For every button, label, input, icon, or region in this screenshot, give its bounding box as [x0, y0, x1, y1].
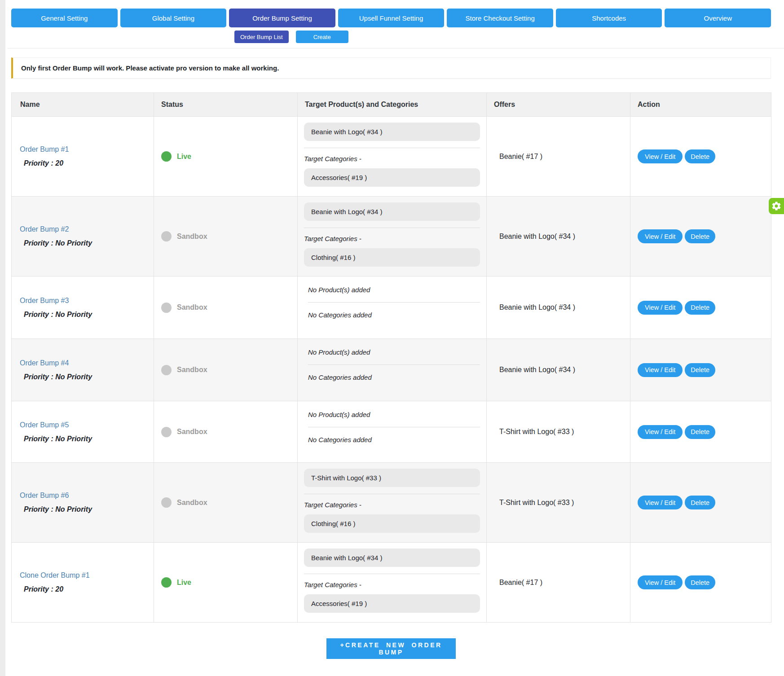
target-categories-label: Target Categories -: [304, 155, 480, 162]
status-label: Sandbox: [177, 366, 207, 374]
top-tabs: General Setting Global Setting Order Bum…: [11, 9, 771, 27]
target-divider: [304, 148, 480, 148]
table-row: Order Bump #1Priority : 20LiveBeanie wit…: [12, 117, 771, 197]
header-name: Name: [12, 93, 154, 117]
offers-cell: Beanie( #17 ): [487, 543, 630, 623]
status-dot-icon: [161, 151, 172, 162]
target-product-chip: Beanie with Logo( #34 ): [304, 202, 480, 221]
priority-label: Priority : No Priority: [20, 505, 153, 514]
target-category-chip: Accessories( #19 ): [304, 594, 480, 613]
tab-global-setting[interactable]: Global Setting: [120, 9, 227, 27]
target-divider: [304, 494, 480, 494]
status-label: Sandbox: [177, 499, 207, 507]
subtab-order-bump-list[interactable]: Order Bump List: [234, 31, 289, 43]
target-cell: Beanie with Logo( #34 )Target Categories…: [298, 543, 487, 623]
tab-store-checkout-setting[interactable]: Store Checkout Setting: [447, 9, 553, 27]
order-bump-name-link[interactable]: Order Bump #6: [20, 492, 69, 500]
table-row: Order Bump #6Priority : No PrioritySandb…: [12, 463, 771, 543]
settings-gear-button[interactable]: [769, 198, 784, 214]
name-cell: Order Bump #5Priority : No Priority: [12, 401, 154, 463]
order-bump-name-link[interactable]: Clone Order Bump #1: [20, 571, 90, 579]
order-bump-settings-page: General Setting Global Setting Order Bum…: [0, 0, 784, 676]
action-cell: View / EditDelete: [630, 197, 771, 277]
table-header-row: Name Status Target Product(s) and Catego…: [12, 93, 771, 117]
order-bump-name-link[interactable]: Order Bump #3: [20, 297, 69, 305]
tab-upsell-funnel-setting[interactable]: Upsell Funnel Setting: [338, 9, 445, 27]
delete-button[interactable]: Delete: [685, 425, 715, 439]
action-cell: View / EditDelete: [630, 401, 771, 463]
order-bump-table-wrap: Name Status Target Product(s) and Catego…: [11, 92, 771, 623]
tab-shortcodes[interactable]: Shortcodes: [556, 9, 662, 27]
status-dot-icon: [161, 577, 172, 588]
offers-cell: T-Shirt with Logo( #33 ): [487, 463, 630, 543]
offer-product-label: T-Shirt with Logo( #33 ): [499, 428, 574, 435]
target-cell: Beanie with Logo( #34 )Target Categories…: [298, 117, 487, 197]
name-cell: Order Bump #4Priority : No Priority: [12, 339, 154, 401]
delete-button[interactable]: Delete: [685, 149, 715, 163]
status-cell: Sandbox: [154, 463, 298, 543]
delete-button[interactable]: Delete: [685, 301, 715, 315]
no-categories-label: No Categories added: [308, 311, 480, 319]
no-categories-label: No Categories added: [308, 436, 480, 443]
order-bump-name-link[interactable]: Order Bump #4: [20, 359, 69, 367]
header-divider: [8, 48, 784, 48]
view-edit-button[interactable]: View / Edit: [638, 575, 683, 589]
action-cell: View / EditDelete: [630, 339, 771, 401]
view-edit-button[interactable]: View / Edit: [638, 301, 683, 315]
view-edit-button[interactable]: View / Edit: [638, 363, 683, 377]
delete-button[interactable]: Delete: [685, 229, 715, 243]
status-label: Live: [177, 579, 191, 587]
action-cell: View / EditDelete: [630, 117, 771, 197]
target-categories-label: Target Categories -: [304, 235, 480, 242]
offer-product-label: Beanie with Logo( #34 ): [499, 233, 575, 240]
subtab-create[interactable]: Create: [296, 31, 348, 43]
delete-button[interactable]: Delete: [685, 363, 715, 377]
status-cell: Sandbox: [154, 197, 298, 277]
view-edit-button[interactable]: View / Edit: [638, 496, 683, 509]
tab-order-bump-setting[interactable]: Order Bump Setting: [229, 9, 335, 27]
name-cell: Order Bump #6Priority : No Priority: [12, 463, 154, 543]
name-cell: Clone Order Bump #1Priority : 20: [12, 543, 154, 623]
delete-button[interactable]: Delete: [685, 496, 715, 509]
name-cell: Order Bump #3Priority : No Priority: [12, 277, 154, 339]
status-label: Sandbox: [177, 428, 207, 436]
status-cell: Sandbox: [154, 401, 298, 463]
status-dot-icon: [161, 231, 172, 241]
status-dot-icon: [161, 427, 172, 437]
status-label: Sandbox: [177, 303, 207, 312]
view-edit-button[interactable]: View / Edit: [638, 149, 683, 163]
name-cell: Order Bump #2Priority : No Priority: [12, 197, 154, 277]
header-offers: Offers: [487, 93, 630, 117]
order-bump-name-link[interactable]: Order Bump #1: [20, 145, 69, 154]
create-new-order-bump-button[interactable]: +CREATE NEW ORDER BUMP: [326, 638, 456, 659]
status-cell: Sandbox: [154, 277, 298, 339]
priority-label: Priority : No Priority: [20, 435, 153, 443]
offers-cell: Beanie( #17 ): [487, 117, 630, 197]
no-categories-label: No Categories added: [308, 373, 480, 381]
target-cell: No Product(s) addedNo Categories added: [298, 277, 487, 339]
order-bump-name-link[interactable]: Order Bump #5: [20, 421, 69, 429]
gear-icon: [771, 201, 782, 211]
delete-button[interactable]: Delete: [685, 575, 715, 589]
target-category-chip: Accessories( #19 ): [304, 168, 480, 187]
table-row: Order Bump #5Priority : No PrioritySandb…: [12, 401, 771, 463]
target-divider: [304, 574, 480, 574]
view-edit-button[interactable]: View / Edit: [638, 229, 683, 243]
table-row: Order Bump #4Priority : No PrioritySandb…: [12, 339, 771, 401]
tab-overview[interactable]: Overview: [665, 9, 771, 27]
status-cell: Live: [154, 543, 298, 623]
table-row: Order Bump #2Priority : No PrioritySandb…: [12, 197, 771, 277]
target-divider: [308, 427, 480, 427]
order-bump-name-link[interactable]: Order Bump #2: [20, 225, 69, 233]
target-category-chip: Clothing( #16 ): [304, 248, 480, 267]
target-category-chip: Clothing( #16 ): [304, 514, 480, 533]
tab-general-setting[interactable]: General Setting: [11, 9, 118, 27]
no-products-label: No Product(s) added: [308, 286, 480, 294]
target-divider: [308, 364, 480, 365]
table-row: Order Bump #3Priority : No PrioritySandb…: [12, 277, 771, 339]
view-edit-button[interactable]: View / Edit: [638, 425, 683, 439]
action-cell: View / EditDelete: [630, 543, 771, 623]
priority-label: Priority : 20: [20, 159, 153, 167]
no-products-label: No Product(s) added: [308, 411, 480, 418]
pro-version-notice: Only first Order Bump will work. Please …: [11, 57, 771, 79]
